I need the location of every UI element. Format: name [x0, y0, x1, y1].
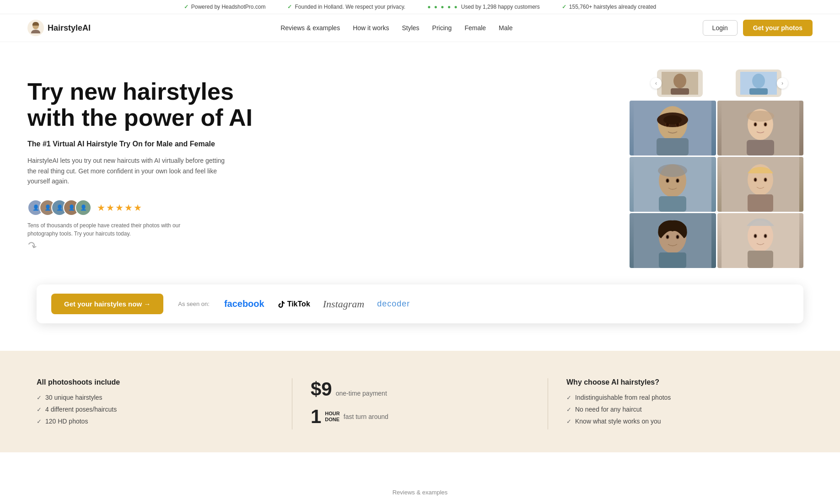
price-amount: $9 — [311, 378, 332, 400]
stats-section: Reviews & examples 155,760 AI hairstyles… — [0, 452, 840, 504]
feature-col-3: Why choose AI hairstyles? ✓ Indistinguis… — [548, 378, 803, 429]
stars-icon: ● ● ● ● ● — [427, 4, 458, 10]
top-bar-text-2: Founded in Holland. We respect your priv… — [295, 4, 405, 10]
social-proof-bar: Get your hairstyles now → As seen on: fa… — [37, 284, 803, 323]
price-label: one-time payment — [336, 390, 387, 397]
hero-subtitle: The #1 Virtual AI Hairstyle Try On for M… — [27, 140, 253, 148]
top-bar-text-4: 155,760+ hairstyles already created — [569, 4, 656, 10]
nav-actions: Login Get your photos — [703, 20, 813, 36]
svg-point-24 — [764, 123, 766, 126]
avatar-5: 👤 — [75, 199, 92, 216]
top-bar-item-1: ✓ Powered by HeadshotPro.com — [184, 4, 266, 10]
hero-section: Try new hairstyles with the power of AI … — [0, 42, 840, 280]
svg-point-3 — [673, 74, 686, 88]
next-arrow-icon[interactable]: › — [777, 78, 788, 89]
feature-item-3: ✓ 120 HD photos — [37, 418, 274, 425]
features-section: All photoshoots include ✓ 30 unique hair… — [0, 351, 840, 452]
time-unit: HOURDONE — [325, 411, 339, 423]
logo[interactable]: HairstyleAI — [27, 20, 91, 36]
svg-point-52 — [754, 235, 756, 238]
feature-list-1: ✓ 30 unique hairstyles ✓ 4 different pos… — [37, 394, 274, 425]
top-bar-item-2: ✓ Founded in Holland. We respect your pr… — [287, 4, 405, 10]
face-cell-6 — [717, 213, 804, 268]
check-icon-f4: ✓ — [566, 394, 571, 401]
price-time: 1 HOURDONE fast turn around — [311, 406, 529, 428]
top-bar-text-1: Powered by HeadshotPro.com — [191, 4, 266, 10]
feature-col-2: $9 one-time payment 1 HOURDONE fast turn… — [292, 378, 548, 428]
svg-point-45 — [667, 236, 669, 239]
feature-item-6: ✓ Know what style works on you — [566, 418, 785, 425]
top-bar-text-3: Used by 1,298 happy customers — [461, 4, 540, 10]
tiktok-logo: TikTok — [277, 300, 310, 308]
feature-item-4: ✓ Indistinguishable from real photos — [566, 394, 785, 401]
facebook-logo: facebook — [224, 299, 264, 309]
svg-rect-35 — [748, 194, 773, 212]
top-bar: ✓ Powered by HeadshotPro.com ✓ Founded i… — [0, 0, 840, 14]
face-cell-1 — [630, 101, 716, 155]
get-hairstyles-button[interactable]: Get your hairstyles now → — [51, 294, 163, 314]
check-icon-f3: ✓ — [37, 418, 42, 425]
instagram-logo: Instagram — [323, 298, 364, 310]
before-thumb: ‹ — [657, 70, 703, 97]
nav-reviews[interactable]: Reviews & examples — [280, 24, 340, 32]
hero-social-proof: Tens of thousands of people have created… — [27, 221, 183, 238]
check-icon-4: ✓ — [562, 4, 566, 10]
svg-point-38 — [754, 178, 756, 182]
logo-icon — [27, 20, 44, 36]
feature-item-label-5: No need for any haircut — [575, 406, 642, 413]
prev-arrow-icon[interactable]: ‹ — [651, 78, 662, 89]
nav-how-it-works[interactable]: How it works — [353, 24, 389, 32]
svg-rect-4 — [671, 88, 689, 95]
feature-item-5: ✓ No need for any haircut — [566, 406, 785, 413]
top-bar-item-4: ✓ 155,760+ hairstyles already created — [562, 4, 656, 10]
time-label: fast turn around — [344, 413, 388, 420]
hero-description: HairstyleAI lets you try out new haircut… — [27, 155, 229, 186]
after-thumb: › — [736, 70, 781, 97]
login-button[interactable]: Login — [703, 20, 738, 36]
svg-point-31 — [677, 179, 679, 182]
check-icon-f1: ✓ — [37, 394, 42, 401]
svg-rect-27 — [659, 196, 686, 212]
nav-male[interactable]: Male — [499, 24, 512, 32]
arrow-down-icon: ↷ — [26, 238, 38, 253]
svg-point-46 — [677, 236, 679, 239]
nav-styles[interactable]: Styles — [402, 24, 419, 32]
svg-point-6 — [752, 74, 765, 88]
stats-section-label: Reviews & examples — [27, 489, 813, 496]
feature-list-3: ✓ Indistinguishable from real photos ✓ N… — [566, 394, 785, 425]
logo-text: HairstyleAI — [48, 23, 91, 33]
face-grid — [630, 101, 803, 268]
feature-item-1: ✓ 30 unique hairstyles — [37, 394, 274, 401]
hero-title: Try new hairstyles with the power of AI — [27, 79, 253, 131]
check-icon-2: ✓ — [287, 4, 292, 10]
feature-item-label-4: Indistinguishable from real photos — [575, 394, 671, 401]
feature-item-label-3: 120 HD photos — [45, 418, 88, 425]
before-after-row: ‹ › — [630, 70, 813, 97]
svg-point-23 — [754, 123, 756, 126]
decoder-logo: decoder — [377, 299, 410, 309]
svg-rect-11 — [657, 138, 689, 155]
brand-logos: facebook TikTok Instagram decoder — [224, 298, 410, 310]
feature-item-label-2: 4 different poses/haircuts — [45, 406, 117, 413]
tiktok-icon — [277, 300, 285, 308]
feature-title-1: All photoshoots include — [37, 378, 274, 386]
face-cell-3 — [630, 157, 716, 212]
check-icon-1: ✓ — [184, 4, 188, 10]
social-bar-wrapper: Get your hairstyles now → As seen on: fa… — [0, 280, 840, 351]
svg-point-39 — [764, 178, 766, 182]
svg-point-32 — [658, 164, 687, 177]
as-seen-on-label: As seen on: — [178, 300, 210, 307]
nav-links: Reviews & examples How it works Styles P… — [280, 24, 512, 32]
feature-col-1: All photoshoots include ✓ 30 unique hair… — [37, 378, 292, 429]
svg-point-19 — [747, 111, 774, 122]
time-number: 1 — [311, 406, 321, 428]
nav-pricing[interactable]: Pricing — [432, 24, 452, 32]
face-cell-4 — [717, 157, 804, 212]
svg-rect-20 — [747, 140, 774, 155]
svg-point-30 — [667, 179, 669, 182]
feature-title-3: Why choose AI hairstyles? — [566, 378, 785, 386]
feature-item-label-6: Know what style works on you — [575, 418, 661, 425]
svg-rect-7 — [749, 88, 768, 95]
nav-female[interactable]: Female — [464, 24, 486, 32]
get-photos-button[interactable]: Get your photos — [743, 20, 813, 36]
